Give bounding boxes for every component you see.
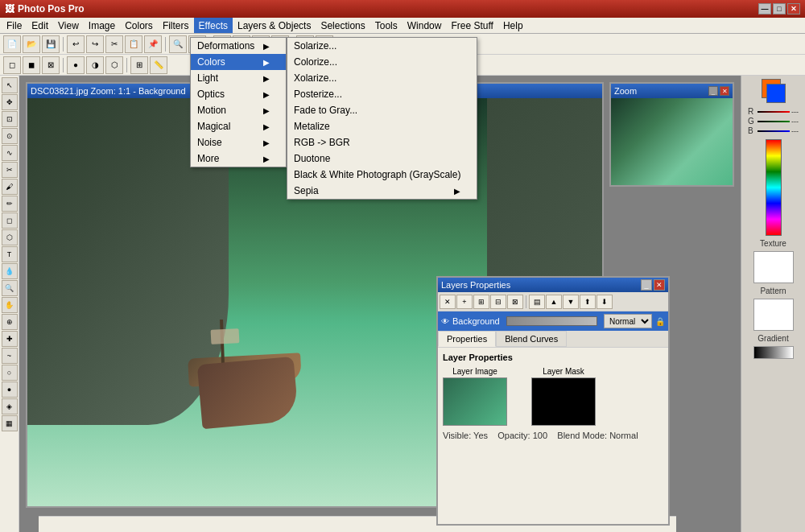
- submenu-rgb-bgr[interactable]: RGB -> BGR: [287, 134, 477, 151]
- submenu-fade-to-gray[interactable]: Fade to Gray...: [287, 102, 477, 118]
- tool-smudge[interactable]: ~: [2, 348, 18, 364]
- tool-eraser[interactable]: ◻: [2, 212, 18, 229]
- new-button[interactable]: 📄: [3, 35, 21, 53]
- tab-properties[interactable]: Properties: [438, 331, 496, 347]
- zoom-minimize[interactable]: _: [708, 86, 718, 96]
- close-button[interactable]: ✕: [787, 3, 800, 14]
- submenu-sepia[interactable]: Sepia ▶: [287, 183, 477, 199]
- tool-lasso[interactable]: ∿: [2, 145, 18, 161]
- color-spectrum[interactable]: [766, 139, 782, 236]
- tool-sharpen[interactable]: ◈: [2, 398, 18, 414]
- submenu-posterize[interactable]: Posterize...: [287, 86, 477, 102]
- menu-file[interactable]: File: [2, 18, 27, 33]
- menu-layers[interactable]: Layers & Objects: [233, 18, 316, 33]
- tool-fill[interactable]: ⬡: [2, 229, 18, 245]
- layers-minimize[interactable]: _: [641, 279, 652, 291]
- menu-tools[interactable]: Tools: [370, 18, 402, 33]
- blend-btn[interactable]: ⬡: [105, 56, 123, 74]
- layer-visibility-icon[interactable]: 👁: [441, 317, 449, 326]
- layers-close[interactable]: ✕: [654, 279, 665, 291]
- submenu-metalize[interactable]: Metalize: [287, 118, 477, 134]
- layers-add[interactable]: +: [456, 295, 473, 309]
- submenu-colorize[interactable]: Colorize...: [287, 54, 477, 70]
- tab-blend-curves[interactable]: Blend Curves: [496, 331, 567, 347]
- tool-heal[interactable]: ✚: [2, 331, 18, 347]
- blend-mode-select[interactable]: Normal Multiply Screen: [604, 314, 652, 328]
- grid-btn[interactable]: ⊞: [130, 56, 148, 74]
- background-color[interactable]: [766, 84, 786, 103]
- layer-lock-icon[interactable]: 🔒: [655, 317, 665, 326]
- layers-duplicate[interactable]: ⊞: [473, 295, 489, 309]
- deselect[interactable]: ◼: [23, 56, 40, 74]
- cut-button[interactable]: ✂: [105, 35, 123, 53]
- tool-crop[interactable]: ✂: [2, 162, 18, 178]
- opacity-btn[interactable]: ◑: [86, 56, 104, 74]
- select-all[interactable]: ◻: [3, 56, 21, 74]
- layers-flatten[interactable]: ▤: [529, 295, 545, 309]
- tool-eyedropper[interactable]: 💧: [2, 263, 18, 279]
- texture-box[interactable]: [753, 251, 794, 283]
- tool-text[interactable]: T: [2, 246, 18, 262]
- tool-zoom[interactable]: 🔍: [2, 280, 18, 296]
- tool-move[interactable]: ✥: [2, 94, 18, 110]
- tool-select-rect[interactable]: ⊡: [2, 111, 18, 127]
- gradient-box[interactable]: [753, 346, 794, 359]
- menu-window[interactable]: Window: [402, 18, 447, 33]
- layers-up[interactable]: ▲: [546, 295, 562, 309]
- tool-dodge[interactable]: ○: [2, 365, 18, 381]
- minimize-button[interactable]: —: [758, 3, 771, 14]
- menu-noise[interactable]: Noise ▶: [191, 134, 286, 151]
- g-slider[interactable]: [758, 121, 790, 122]
- menu-view[interactable]: View: [53, 18, 84, 33]
- tool-hand[interactable]: ✋: [2, 297, 18, 313]
- menu-freestuff[interactable]: Free Stuff: [446, 18, 497, 33]
- r-slider[interactable]: [758, 111, 790, 113]
- menu-optics[interactable]: Optics ▶: [191, 86, 286, 102]
- layers-bottom[interactable]: ⬇: [597, 295, 613, 309]
- tool-pencil[interactable]: ✏: [2, 196, 18, 212]
- menu-selections[interactable]: Selections: [316, 18, 369, 33]
- tool-brush[interactable]: 🖌: [2, 179, 18, 195]
- tool-cursor[interactable]: ↖: [2, 77, 18, 93]
- redo-button[interactable]: ↪: [86, 35, 104, 53]
- menu-edit[interactable]: Edit: [27, 18, 53, 33]
- layer-opacity-slider[interactable]: [506, 316, 597, 326]
- menu-effects[interactable]: Effects: [194, 18, 233, 33]
- open-button[interactable]: 📂: [23, 35, 40, 53]
- zoom-in[interactable]: 🔍: [169, 35, 187, 53]
- submenu-solarize[interactable]: Solarize...: [287, 38, 477, 54]
- menu-help[interactable]: Help: [498, 18, 528, 33]
- tool-gradient[interactable]: ▦: [2, 415, 18, 431]
- menu-image[interactable]: Image: [84, 18, 120, 33]
- layers-delete[interactable]: ✕: [440, 295, 456, 309]
- ruler-btn[interactable]: 📏: [150, 56, 167, 74]
- undo-button[interactable]: ↩: [67, 35, 85, 53]
- save-button[interactable]: 💾: [42, 35, 60, 53]
- menu-light[interactable]: Light ▶: [191, 70, 286, 86]
- copy-button[interactable]: 📋: [125, 35, 142, 53]
- layers-down[interactable]: ▼: [563, 295, 579, 309]
- tool-select-ellipse[interactable]: ⊙: [2, 128, 18, 144]
- submenu-bw-photograph[interactable]: Black & White Photograph (GrayScale): [287, 167, 477, 183]
- zoom-close[interactable]: ✕: [720, 86, 729, 96]
- menu-colors[interactable]: Colors: [120, 18, 158, 33]
- b-slider[interactable]: [758, 130, 790, 132]
- layers-top[interactable]: ⬆: [580, 295, 596, 309]
- submenu-duotone[interactable]: Duotone: [287, 151, 477, 167]
- maximize-button[interactable]: □: [773, 3, 786, 14]
- color-swatch[interactable]: [762, 79, 786, 103]
- menu-colors-item[interactable]: Colors ▶: [191, 54, 286, 70]
- tool-clone[interactable]: ⊕: [2, 314, 18, 330]
- layers-merge[interactable]: ⊟: [490, 295, 506, 309]
- menu-deformations[interactable]: Deformations ▶: [191, 38, 286, 54]
- brush-size[interactable]: ●: [67, 56, 85, 74]
- invert-sel[interactable]: ⊠: [42, 56, 60, 74]
- layers-merge-all[interactable]: ⊠: [507, 295, 523, 309]
- menu-more[interactable]: More ▶: [191, 151, 286, 167]
- menu-motion[interactable]: Motion ▶: [191, 102, 286, 118]
- tool-burn[interactable]: ●: [2, 381, 18, 398]
- menu-filters[interactable]: Filters: [158, 18, 194, 33]
- pattern-box[interactable]: [753, 299, 794, 331]
- submenu-xolarize[interactable]: Xolarize...: [287, 70, 477, 86]
- paste-button[interactable]: 📌: [144, 35, 162, 53]
